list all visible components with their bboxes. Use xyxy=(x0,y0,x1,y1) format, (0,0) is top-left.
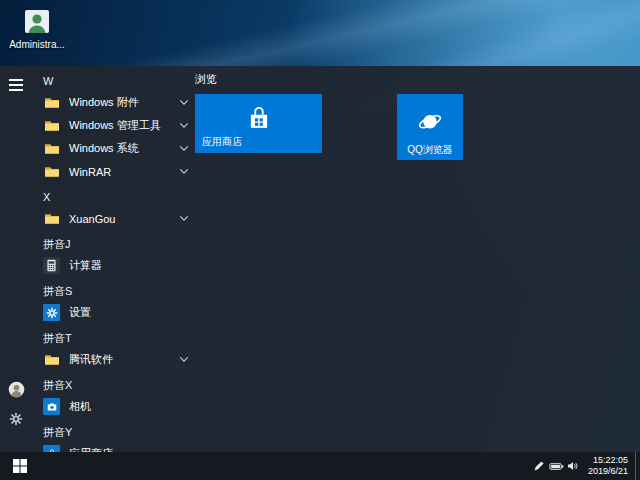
app-item-windows-admin-tools[interactable]: Windows 管理工具 xyxy=(30,114,196,137)
chevron-down-icon[interactable] xyxy=(178,356,190,363)
app-item-label: 计算器 xyxy=(69,258,190,273)
app-item-tencent-software[interactable]: 腾讯软件 xyxy=(30,348,196,371)
app-item-calculator[interactable]: 计算器 xyxy=(30,254,196,277)
volume-icon[interactable] xyxy=(565,452,582,480)
group-header-w[interactable]: W xyxy=(43,74,196,88)
folder-icon xyxy=(43,210,60,227)
app-item-label: XuanGou xyxy=(69,213,178,225)
app-item-windows-system[interactable]: Windows 系统 xyxy=(30,137,196,160)
group-header-pinyin-t[interactable]: 拼音T xyxy=(43,331,196,345)
desktop-shortcut-label: Administra... xyxy=(8,39,66,51)
battery-icon[interactable] xyxy=(548,452,565,480)
store-icon xyxy=(244,103,274,133)
tile-label: QQ浏览器 xyxy=(397,143,463,157)
chevron-down-icon[interactable] xyxy=(178,215,190,222)
group-header-pinyin-j[interactable]: 拼音J xyxy=(43,237,196,251)
clock-date: 2019/6/21 xyxy=(588,466,628,477)
folder-icon xyxy=(43,351,60,368)
folder-icon xyxy=(43,140,60,157)
group-header-pinyin-y[interactable]: 拼音Y xyxy=(43,425,196,439)
qq-browser-icon xyxy=(417,109,443,135)
calculator-icon xyxy=(43,257,60,274)
app-item-label: 相机 xyxy=(69,399,190,414)
tile-label: 应用商店 xyxy=(202,135,242,149)
gear-icon xyxy=(43,304,60,321)
folder-icon xyxy=(43,163,60,180)
start-menu: W Windows 附件 Windows 管理工具 Windows 系统 xyxy=(0,66,640,452)
desktop-shortcut-administrator[interactable]: Administra... xyxy=(8,6,66,51)
taskbar-clock[interactable]: 15:22:05 2019/6/21 xyxy=(582,455,635,477)
folder-icon xyxy=(43,94,60,111)
tiles-pane: 浏览 应用商店 QQ浏览器 xyxy=(195,66,635,452)
group-header-pinyin-s[interactable]: 拼音S xyxy=(43,284,196,298)
chevron-down-icon[interactable] xyxy=(178,145,190,152)
settings-gear-icon[interactable] xyxy=(7,410,25,428)
start-menu-rail xyxy=(0,66,30,452)
tile-store[interactable]: 应用商店 xyxy=(195,94,322,153)
folder-icon xyxy=(43,117,60,134)
app-item-settings[interactable]: 设置 xyxy=(30,301,196,324)
show-desktop-button[interactable] xyxy=(635,452,640,480)
app-item-label: WinRAR xyxy=(69,166,178,178)
store-icon xyxy=(43,445,60,452)
app-item-label: Windows 附件 xyxy=(69,95,178,110)
app-item-label: 设置 xyxy=(69,305,190,320)
group-header-pinyin-x[interactable]: 拼音X xyxy=(43,378,196,392)
app-item-windows-accessories[interactable]: Windows 附件 xyxy=(30,91,196,114)
chevron-down-icon[interactable] xyxy=(178,168,190,175)
system-tray: 15:22:05 2019/6/21 xyxy=(531,452,640,480)
windows-logo-icon xyxy=(13,459,27,473)
app-item-label: Windows 管理工具 xyxy=(69,118,178,133)
user-files-icon xyxy=(21,6,53,38)
app-item-label: Windows 系统 xyxy=(69,141,178,156)
camera-icon xyxy=(43,398,60,415)
app-list: W Windows 附件 Windows 管理工具 Windows 系统 xyxy=(30,66,196,452)
start-button[interactable] xyxy=(0,452,40,480)
user-avatar-icon[interactable] xyxy=(7,380,25,398)
chevron-down-icon[interactable] xyxy=(178,99,190,106)
app-item-store[interactable]: 应用商店 xyxy=(30,442,196,452)
taskbar: 15:22:05 2019/6/21 xyxy=(0,452,640,480)
app-item-label: 腾讯软件 xyxy=(69,352,178,367)
tile-qq-browser[interactable]: QQ浏览器 xyxy=(397,94,463,160)
app-item-camera[interactable]: 相机 xyxy=(30,395,196,418)
pen-icon[interactable] xyxy=(531,452,548,480)
app-item-winrar[interactable]: WinRAR xyxy=(30,160,196,183)
tile-group-title[interactable]: 浏览 xyxy=(195,72,635,86)
clock-time: 15:22:05 xyxy=(588,455,628,466)
group-header-x[interactable]: X xyxy=(43,190,196,204)
app-item-xuangou[interactable]: XuanGou xyxy=(30,207,196,230)
hamburger-menu-icon[interactable] xyxy=(7,76,25,94)
chevron-down-icon[interactable] xyxy=(178,122,190,129)
